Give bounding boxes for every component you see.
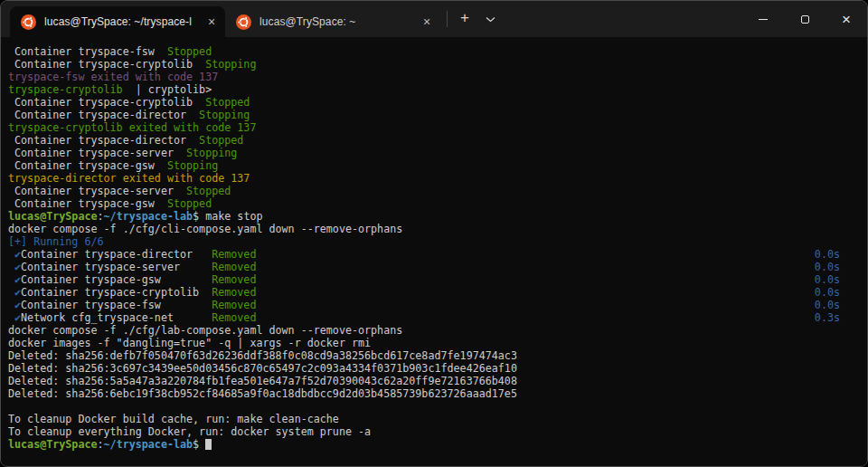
- terminal-text-segment: ✔: [8, 311, 21, 324]
- minimize-button[interactable]: [742, 1, 784, 37]
- close-button[interactable]: ×: [826, 1, 867, 37]
- tab-bar-divider: [447, 11, 448, 27]
- terminal-line: Container tryspace-cryptolib Stopping: [8, 58, 867, 71]
- terminal-text-segment: ✔: [8, 261, 21, 273]
- terminal-text-segment: Removed: [212, 299, 256, 311]
- maximize-icon: [801, 15, 809, 24]
- terminal-text-segment: Removed: [212, 311, 256, 324]
- terminal-text-segment: Deleted: sha256:5a5a47a3a220784fb1fea501…: [8, 375, 517, 387]
- terminal-line: tryspace-cryptolib | cryptolib>: [8, 83, 867, 96]
- terminal-text-segment: Container tryspace-fsw: [21, 299, 212, 311]
- terminal-text-segment: Removed: [212, 248, 256, 261]
- terminal-line: ✔Container tryspace-server Removed0.0s: [8, 261, 867, 273]
- duration-value: 0.0s: [815, 261, 840, 273]
- terminal-line: [+] Running 6/6: [8, 235, 867, 248]
- duration-value: 0.3s: [815, 311, 840, 324]
- terminal-cursor: [205, 439, 212, 450]
- terminal-text-segment: Stopped: [167, 197, 212, 210]
- terminal-text-segment: $: [193, 438, 205, 451]
- terminal-viewport[interactable]: Container tryspace-fsw Stopped Container…: [1, 37, 867, 467]
- terminal-text-segment: Container tryspace-server: [8, 147, 186, 159]
- maximize-button[interactable]: [784, 1, 826, 37]
- tab-title: lucas@TrySpace: ~: [259, 15, 419, 28]
- terminal-text-segment: make stop: [205, 210, 262, 223]
- terminal-line: lucas@TrySpace:~/tryspace-lab$: [8, 438, 867, 451]
- terminal-line: To cleanup Docker build cache, run: make…: [8, 413, 867, 425]
- new-tab-button[interactable]: +: [452, 6, 477, 32]
- terminal-text-segment: Removed: [212, 273, 256, 286]
- terminal-text-segment: tryspace-cryptolib exited with code 137: [8, 121, 256, 134]
- duration-value: 0.0s: [815, 273, 840, 286]
- terminal-text-segment: tryspace-fsw exited with code 137: [8, 71, 218, 83]
- terminal-text-segment: Container tryspace-cryptolib: [8, 58, 205, 71]
- terminal-text-segment: Deleted: sha256:defb7f050470f63d26236ddf…: [8, 349, 517, 362]
- terminal-text-segment: | cryptolib>: [129, 83, 212, 96]
- duration-value: 0.0s: [815, 248, 840, 261]
- terminal-text-segment: Stopped: [167, 45, 212, 58]
- close-tab-icon[interactable]: ×: [419, 14, 435, 30]
- terminal-text-segment: Container tryspace-director: [8, 134, 199, 147]
- terminal-text-segment: Container tryspace-fsw: [8, 45, 167, 58]
- terminal-line: docker compose -f ./cfg/cli-compose.yaml…: [8, 223, 867, 235]
- terminal-line: lucas@TrySpace:~/tryspace-lab$ make stop: [8, 210, 867, 223]
- terminal-line: ✔Network cfg_tryspace-net Removed0.3s: [8, 311, 867, 324]
- terminal-text-segment: Stopped: [199, 134, 243, 147]
- terminal-line: Container tryspace-server Stopping: [8, 147, 867, 159]
- terminal-text-segment: ~/tryspace-lab: [104, 210, 193, 223]
- terminal-line: Deleted: sha256:3c697c3439ee50d03456c870…: [8, 362, 867, 375]
- terminal-line: Container tryspace-gsw Stopping: [8, 159, 867, 172]
- terminal-text-segment: Container tryspace-gsw: [21, 273, 212, 286]
- terminal-text-segment: Container tryspace-director: [21, 248, 212, 261]
- close-tab-icon[interactable]: ×: [203, 14, 220, 30]
- terminal-text-segment: docker compose -f ./cfg/cli-compose.yaml…: [8, 223, 402, 235]
- terminal-line: Deleted: sha256:6ebc19f38cb952cf84685a9f…: [8, 387, 867, 400]
- tab-dropdown-button[interactable]: [477, 6, 503, 32]
- window-controls: ×: [742, 1, 867, 37]
- ubuntu-icon: [21, 14, 36, 30]
- terminal-line: Container tryspace-director Stopping: [8, 109, 867, 121]
- terminal-text-segment: Stopping: [186, 147, 237, 159]
- terminal-line: tryspace-director exited with code 137: [8, 172, 867, 185]
- terminal-line: Deleted: sha256:5a5a47a3a220784fb1fea501…: [8, 375, 867, 387]
- tab-tryspace-lab[interactable]: lucas@TrySpace: ~/tryspace-l ×: [10, 6, 225, 37]
- tab-home[interactable]: lucas@TrySpace: ~ ×: [225, 6, 440, 37]
- terminal-text-segment: lucas@TrySpace: [8, 438, 98, 451]
- terminal-text-segment: ✔: [8, 299, 21, 311]
- duration-value: 0.0s: [815, 299, 840, 311]
- terminal-text-segment: Removed: [212, 261, 256, 273]
- terminal-line: ✔Container tryspace-fsw Removed0.0s: [8, 299, 867, 311]
- terminal-text-segment: [+] Running 6/6: [8, 235, 104, 248]
- terminal-text-segment: ~/tryspace-lab: [104, 438, 193, 451]
- terminal-text-segment: ✔: [8, 286, 21, 299]
- terminal-line: Container tryspace-fsw Stopped: [8, 45, 867, 58]
- terminal-text-segment: To cleanup Docker build cache, run: make…: [8, 413, 339, 425]
- terminal-text-segment: Container tryspace-gsw: [8, 197, 167, 210]
- duration-value: 0.0s: [815, 286, 840, 299]
- terminal-text-segment: Container tryspace-server: [8, 185, 186, 197]
- terminal-text-segment: Deleted: sha256:3c697c3439ee50d03456c870…: [8, 362, 517, 375]
- terminal-text-segment: tryspace-cryptolib: [8, 83, 129, 96]
- terminal-text-segment: Stopping: [167, 159, 218, 172]
- terminal-line: ✔Container tryspace-director Removed0.0s: [8, 248, 867, 261]
- terminal-text-segment: ✔: [8, 273, 21, 286]
- terminal-text-segment: Network cfg_tryspace-net: [21, 311, 212, 324]
- terminal-line: Deleted: sha256:defb7f050470f63d26236ddf…: [8, 349, 867, 362]
- terminal-text-segment: $: [193, 210, 205, 223]
- ubuntu-icon: [236, 14, 251, 30]
- terminal-text-segment: Deleted: sha256:6ebc19f38cb952cf84685a9f…: [8, 387, 517, 400]
- terminal-text-segment: Stopped: [205, 96, 250, 109]
- terminal-text-segment: lucas@TrySpace: [8, 210, 98, 223]
- terminal-text-segment: :: [98, 438, 104, 451]
- terminal-line: tryspace-cryptolib exited with code 137: [8, 121, 867, 134]
- titlebar[interactable]: lucas@TrySpace: ~/tryspace-l × lucas@Try…: [1, 1, 867, 37]
- terminal-line: ✔Container tryspace-gsw Removed0.0s: [8, 273, 867, 286]
- terminal-line: Container tryspace-cryptolib Stopped: [8, 96, 867, 109]
- terminal-line: docker compose -f ./cfg/lab-compose.yaml…: [8, 324, 867, 337]
- terminal-text-segment: :: [98, 210, 104, 223]
- terminal-text-segment: Container tryspace-director: [8, 109, 199, 121]
- terminal-text-segment: To cleanup everything Docker, run: docke…: [8, 425, 371, 438]
- terminal-text-segment: Removed: [212, 286, 256, 299]
- terminal-line: tryspace-fsw exited with code 137: [8, 71, 867, 83]
- terminal-line: docker images -f "dangling=true" -q | xa…: [8, 337, 867, 349]
- terminal-text-segment: Stopping: [205, 58, 256, 71]
